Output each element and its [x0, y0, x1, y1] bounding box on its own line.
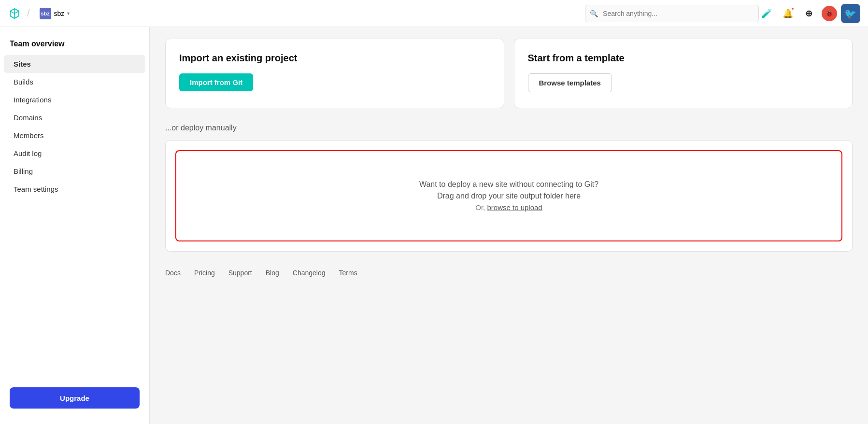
footer-link-docs[interactable]: Docs: [165, 269, 181, 277]
footer-link-terms[interactable]: Terms: [339, 269, 357, 277]
search-input[interactable]: [585, 5, 759, 22]
deploy-manually-card: Want to deploy a new site without connec…: [165, 140, 853, 252]
bug-icon: 🐞: [825, 10, 833, 17]
mascot-button[interactable]: 🐦: [841, 4, 860, 23]
upgrade-button[interactable]: Upgrade: [10, 387, 140, 409]
help-button[interactable]: ⊕: [800, 5, 818, 22]
sidebar-item-team-settings[interactable]: Team settings: [4, 180, 145, 198]
sidebar-item-billing[interactable]: Billing: [4, 162, 145, 180]
sidebar-item-members[interactable]: Members: [4, 127, 145, 144]
sidebar: Team overview Sites Builds Integrations …: [0, 27, 150, 424]
notifications-button[interactable]: 🔔: [779, 5, 797, 22]
flask-icon: 🧪: [761, 8, 772, 19]
drop-text-line1: Want to deploy a new site without connec…: [419, 180, 598, 189]
footer-link-changelog[interactable]: Changelog: [293, 269, 326, 277]
deploy-manually-label: ...or deploy manually: [165, 124, 853, 132]
sidebar-item-audit-log[interactable]: Audit log: [4, 144, 145, 162]
start-from-template-card: Start from a template Browse templates: [514, 39, 853, 108]
import-card-title: Import an existing project: [179, 53, 490, 64]
flask-icon-button[interactable]: 🧪: [758, 5, 775, 22]
sidebar-item-integrations[interactable]: Integrations: [4, 91, 145, 109]
nav-right-actions: 🧪 🔔 ⊕ 🐞 🐦: [758, 4, 860, 23]
nav-divider: /: [27, 8, 30, 19]
bird-mascot-icon: 🐦: [844, 8, 856, 19]
chevron-down-icon: ▾: [67, 11, 70, 16]
sidebar-team-overview[interactable]: Team overview: [0, 35, 149, 53]
search-bar: 🔍: [585, 5, 759, 22]
team-icon: sbz: [40, 8, 51, 19]
help-icon: ⊕: [805, 8, 812, 19]
cards-row: Import an existing project Import from G…: [165, 39, 853, 108]
import-project-card: Import an existing project Import from G…: [165, 39, 504, 108]
drop-text-line3: Or, browse to upload: [475, 203, 542, 212]
user-avatar[interactable]: 🐞: [822, 6, 837, 21]
footer: Docs Pricing Support Blog Changelog Term…: [150, 259, 868, 286]
main-layout: Team overview Sites Builds Integrations …: [0, 27, 868, 424]
browse-templates-button[interactable]: Browse templates: [528, 73, 612, 92]
content-area: Import an existing project Import from G…: [150, 27, 868, 424]
sidebar-item-builds[interactable]: Builds: [4, 73, 145, 91]
footer-link-support[interactable]: Support: [228, 269, 252, 277]
navbar: / sbz sbz ▾ 🔍 🧪 🔔 ⊕ 🐞 🐦: [0, 0, 868, 27]
template-card-title: Start from a template: [528, 53, 839, 64]
notification-badge: [791, 7, 795, 11]
team-name: sbz: [54, 10, 65, 17]
deploy-manually-section: ...or deploy manually Want to deploy a n…: [165, 124, 853, 252]
sidebar-item-sites[interactable]: Sites: [4, 55, 145, 73]
app-logo[interactable]: [8, 7, 21, 20]
sidebar-item-domains[interactable]: Domains: [4, 109, 145, 127]
team-selector[interactable]: sbz sbz ▾: [36, 6, 74, 21]
upgrade-section: Upgrade: [0, 380, 149, 416]
import-from-git-button[interactable]: Import from Git: [179, 73, 253, 91]
browse-to-upload-link[interactable]: browse to upload: [487, 203, 542, 212]
drop-zone[interactable]: Want to deploy a new site without connec…: [175, 150, 842, 241]
content-inner: Import an existing project Import from G…: [150, 27, 868, 252]
footer-link-blog[interactable]: Blog: [266, 269, 279, 277]
drop-text-line2: Drag and drop your site output folder he…: [437, 192, 581, 200]
footer-link-pricing[interactable]: Pricing: [194, 269, 215, 277]
search-icon: 🔍: [590, 10, 598, 17]
